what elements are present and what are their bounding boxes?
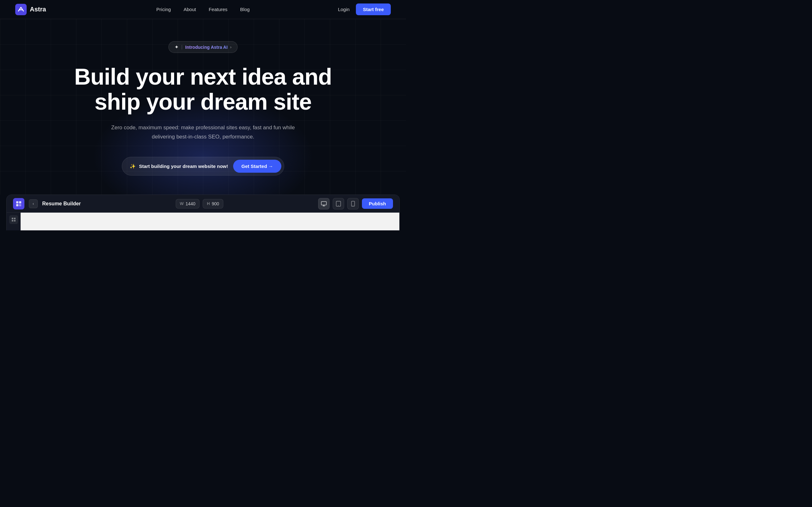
cta-bar: ✨ Start building your dream website now!… xyxy=(122,157,284,176)
svg-point-6 xyxy=(338,205,339,206)
badge-label: Introducing Astra AI xyxy=(185,45,228,50)
sidebar-panel xyxy=(7,213,20,230)
app-icon xyxy=(13,198,24,210)
svg-rect-1 xyxy=(19,201,21,204)
navbar: Astra Pricing About Features Blog Login … xyxy=(0,0,406,19)
hero-subtitle: Zero code, maximum speed: make professio… xyxy=(111,123,295,142)
badge-chevron-icon: › xyxy=(230,45,232,49)
sidebar-icon-1[interactable] xyxy=(9,215,18,224)
desktop-view-button[interactable] xyxy=(318,198,329,210)
width-input[interactable]: W 1440 xyxy=(176,199,200,209)
svg-rect-10 xyxy=(14,218,15,219)
publish-button[interactable]: Publish xyxy=(362,199,393,209)
svg-rect-4 xyxy=(321,202,326,205)
mobile-view-button[interactable] xyxy=(347,198,359,210)
toolbar-center: W 1440 H 900 xyxy=(176,199,223,209)
hero-title: Build your next idea and ship your dream… xyxy=(74,64,332,114)
toolbar-right: Publish xyxy=(318,198,393,210)
badge-sparkle-icon: ✦ xyxy=(174,44,179,50)
tablet-view-button[interactable] xyxy=(333,198,344,210)
builder-title: Resume Builder xyxy=(42,201,81,207)
builder-canvas xyxy=(7,213,399,230)
brand-name: Astra xyxy=(30,6,46,13)
nav-links: Pricing About Features Blog xyxy=(156,7,250,12)
width-value[interactable]: 1440 xyxy=(186,201,195,206)
toolbar-left: ‹ Resume Builder xyxy=(13,198,81,210)
nav-right: Login Start free xyxy=(338,3,391,15)
svg-rect-9 xyxy=(12,218,13,219)
hero-title-line2: ship your dream site xyxy=(95,89,311,114)
cta-bar-text: ✨ Start building your dream website now! xyxy=(130,164,228,169)
logo-icon xyxy=(15,4,27,15)
nav-link-features[interactable]: Features xyxy=(209,7,227,12)
svg-rect-2 xyxy=(16,204,18,206)
brand-logo[interactable]: Astra xyxy=(15,4,46,15)
start-free-button[interactable]: Start free xyxy=(356,3,391,15)
back-button[interactable]: ‹ xyxy=(29,199,38,208)
badge-divider xyxy=(182,45,182,49)
svg-point-8 xyxy=(353,205,353,206)
nav-link-pricing[interactable]: Pricing xyxy=(156,7,171,12)
height-input[interactable]: H 900 xyxy=(203,199,223,209)
height-value[interactable]: 900 xyxy=(212,201,219,206)
cta-sparkle-icon: ✨ xyxy=(130,164,136,169)
get-started-button[interactable]: Get Started → xyxy=(233,160,281,173)
svg-rect-11 xyxy=(12,220,13,222)
svg-rect-12 xyxy=(14,220,15,222)
nav-link-about[interactable]: About xyxy=(184,7,196,12)
intro-badge[interactable]: ✦ Introducing Astra AI › xyxy=(168,41,238,53)
svg-rect-3 xyxy=(19,204,21,206)
width-label: W xyxy=(180,201,184,206)
builder-preview: ‹ Resume Builder W 1440 H 900 xyxy=(6,194,400,230)
hero-title-line1: Build your next idea and xyxy=(74,64,332,89)
height-label: H xyxy=(207,201,210,206)
nav-link-blog[interactable]: Blog xyxy=(240,7,250,12)
svg-rect-0 xyxy=(16,201,18,204)
login-link[interactable]: Login xyxy=(338,7,350,12)
hero-section: ✦ Introducing Astra AI › Build your next… xyxy=(0,19,406,194)
builder-toolbar: ‹ Resume Builder W 1440 H 900 xyxy=(7,195,399,213)
cta-bar-label: Start building your dream website now! xyxy=(139,164,228,169)
